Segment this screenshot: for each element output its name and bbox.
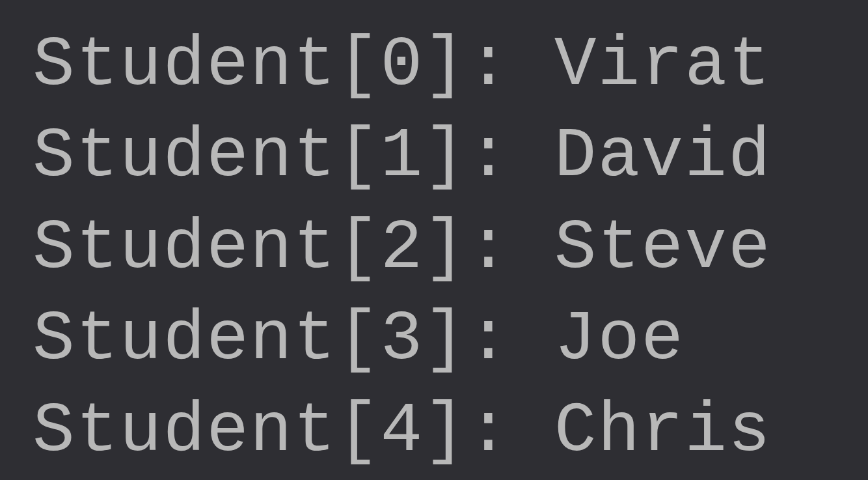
output-line: Student[3]: Joe	[33, 294, 835, 385]
console-output: Student[0]: Virat Student[1]: David Stud…	[33, 20, 835, 477]
output-line: Student[1]: David	[33, 111, 835, 202]
output-line: Student[0]: Virat	[33, 20, 835, 111]
output-line: Student[2]: Steve	[33, 203, 835, 294]
output-line: Student[4]: Chris	[33, 386, 835, 477]
